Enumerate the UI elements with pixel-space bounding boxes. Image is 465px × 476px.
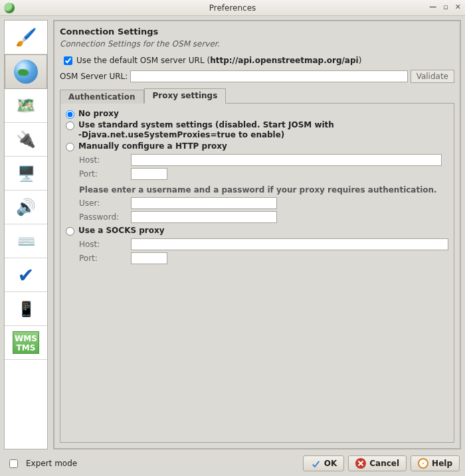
expert-mode-checkbox[interactable] <box>9 459 18 468</box>
speaker-icon: 🔊 <box>16 198 36 216</box>
maximize-button[interactable]: ▫ <box>443 3 448 12</box>
validate-button[interactable]: Validate <box>411 70 454 83</box>
radio-system-proxy[interactable] <box>66 121 74 130</box>
sidebar-item-map[interactable]: 🗺️ <box>5 89 47 123</box>
keyboard-icon: ⌨️ <box>17 233 35 250</box>
ok-icon <box>310 458 321 469</box>
http-host-label: Host: <box>79 155 131 165</box>
tab-authentication[interactable]: Authentication <box>60 90 144 104</box>
tab-proxy-settings[interactable]: Proxy settings <box>144 88 227 104</box>
http-host-input[interactable] <box>131 154 442 166</box>
tab-strip: Authentication Proxy settings <box>60 88 454 104</box>
proxy-settings-tab-body: No proxy Use standard system settings (d… <box>60 103 454 443</box>
socks-port-label: Port: <box>79 254 131 263</box>
expert-mode-label: Expert mode <box>26 459 77 468</box>
radio-socks-proxy-label: Use a SOCKS proxy <box>78 226 165 236</box>
http-port-input[interactable] <box>131 168 167 180</box>
sidebar-item-validator[interactable]: ✔ <box>5 258 47 292</box>
socks-proxy-group: Host: Port: <box>79 238 448 264</box>
window-title: Preferences <box>0 3 465 13</box>
sidebar-item-display[interactable]: 🖌️ <box>5 21 47 54</box>
sidebar-item-shortcuts[interactable]: ⌨️ <box>5 224 47 258</box>
radio-socks-proxy[interactable] <box>66 227 74 236</box>
sidebar-item-plugins[interactable]: 🔌 <box>5 123 47 157</box>
titlebar: Preferences — ▫ ✕ <box>0 0 465 16</box>
http-password-label: Password: <box>79 212 131 222</box>
remote-icon: 📱 <box>17 301 35 317</box>
radio-system-proxy-label: Use standard system settings (disabled. … <box>78 120 334 140</box>
server-url-input[interactable] <box>130 70 407 82</box>
monitor-icon: 🖥️ <box>17 165 35 182</box>
ok-button-label: OK <box>324 459 337 468</box>
globe-icon <box>14 60 38 84</box>
http-password-input[interactable] <box>131 211 277 223</box>
use-default-url-checkbox[interactable] <box>64 56 72 65</box>
radio-no-proxy[interactable] <box>66 110 74 119</box>
http-user-input[interactable] <box>131 197 277 209</box>
cancel-button[interactable]: Cancel <box>348 455 407 471</box>
http-user-label: User: <box>79 198 131 208</box>
map-icon: 🗺️ <box>16 96 36 115</box>
check-icon: ✔ <box>17 264 34 287</box>
radio-manual-http-proxy-label: Manually configure a HTTP proxy <box>78 141 227 151</box>
radio-manual-http-proxy[interactable] <box>66 143 74 151</box>
cancel-icon <box>355 458 366 469</box>
sidebar-item-imagery[interactable]: WMS TMS <box>5 326 47 360</box>
use-default-url-label: Use the default OSM server URL (http://a… <box>76 55 361 66</box>
socks-host-input[interactable] <box>131 238 448 250</box>
http-proxy-group: Host: Port: Please enter a username and … <box>79 154 448 223</box>
connection-settings-panel: Connection Settings Connection Settings … <box>53 20 461 449</box>
help-icon <box>418 458 428 469</box>
help-button-label: Help <box>432 459 452 468</box>
sidebar-item-connection[interactable] <box>5 54 47 89</box>
paint-icon: 🖌️ <box>15 27 37 47</box>
close-button[interactable]: ✕ <box>455 3 461 12</box>
sidebar-item-remote[interactable]: 📱 <box>5 292 47 326</box>
minimize-button[interactable]: — <box>429 3 436 12</box>
proxy-auth-hint: Please enter a username and a password i… <box>79 185 448 195</box>
socks-port-input[interactable] <box>131 252 167 264</box>
cancel-button-label: Cancel <box>369 459 399 468</box>
panel-subtitle: Connection Settings for the OSM server. <box>60 39 454 48</box>
ok-button[interactable]: OK <box>303 455 345 471</box>
http-port-label: Port: <box>79 169 131 179</box>
sidebar-item-toolbar[interactable]: 🖥️ <box>5 157 47 191</box>
panel-title: Connection Settings <box>60 27 454 37</box>
server-url-label: OSM Server URL: <box>60 72 128 81</box>
plug-icon: 🔌 <box>16 130 36 149</box>
preferences-sidebar: 🖌️ 🗺️ 🔌 🖥️ 🔊 ⌨️ ✔ <box>4 20 48 449</box>
use-default-url-row: Use the default OSM server URL (http://a… <box>60 55 454 66</box>
sidebar-item-audio[interactable]: 🔊 <box>5 191 47 224</box>
socks-host-label: Host: <box>79 240 131 249</box>
app-icon <box>4 3 15 13</box>
help-button[interactable]: Help <box>411 455 460 471</box>
bottom-bar: Expert mode OK Cancel Help <box>0 453 465 476</box>
radio-no-proxy-label: No proxy <box>78 109 119 119</box>
wms-tms-icon: WMS TMS <box>13 331 39 354</box>
